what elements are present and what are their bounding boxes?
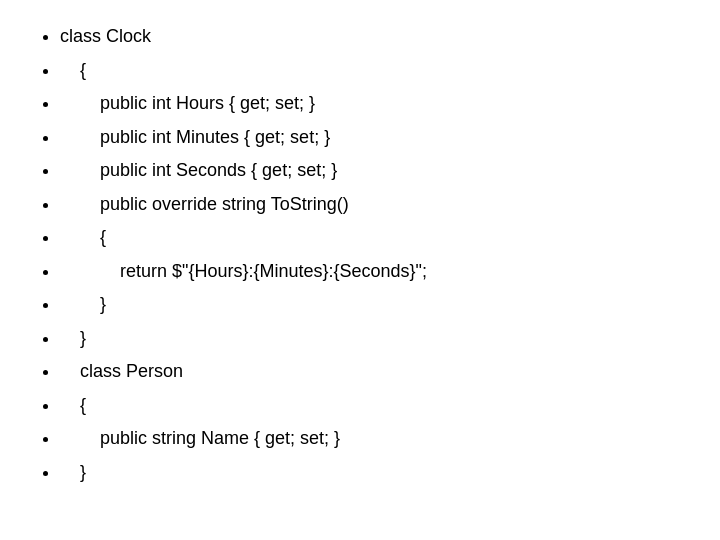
code-text: public int Hours { get; set; } (60, 93, 315, 113)
list-item: } (60, 288, 427, 322)
list-item: { (60, 54, 427, 88)
code-text: public override string ToString() (60, 194, 349, 214)
list-item: { (60, 389, 427, 423)
list-item: class Clock (60, 20, 427, 54)
code-text: return $"{Hours}:{Minutes}:{Seconds}"; (60, 261, 427, 281)
code-text: { (60, 227, 106, 247)
code-list: class Clock { public int Hours { get; se… (30, 20, 427, 489)
code-text: class Clock (60, 26, 151, 46)
code-text: } (60, 294, 106, 314)
code-text: { (60, 395, 86, 415)
code-text: { (60, 60, 86, 80)
list-item: public override string ToString() (60, 188, 427, 222)
code-text: } (60, 462, 86, 482)
list-item: public int Minutes { get; set; } (60, 121, 427, 155)
list-item: class Person (60, 355, 427, 389)
list-item: public int Hours { get; set; } (60, 87, 427, 121)
code-text: public string Name { get; set; } (60, 428, 340, 448)
list-item: public string Name { get; set; } (60, 422, 427, 456)
list-item: } (60, 322, 427, 356)
list-item: { (60, 221, 427, 255)
code-text: class Person (60, 361, 183, 381)
code-text: public int Minutes { get; set; } (60, 127, 330, 147)
list-item: public int Seconds { get; set; } (60, 154, 427, 188)
list-item: return $"{Hours}:{Minutes}:{Seconds}"; (60, 255, 427, 289)
code-text: public int Seconds { get; set; } (60, 160, 337, 180)
code-text: } (60, 328, 86, 348)
list-item: } (60, 456, 427, 490)
